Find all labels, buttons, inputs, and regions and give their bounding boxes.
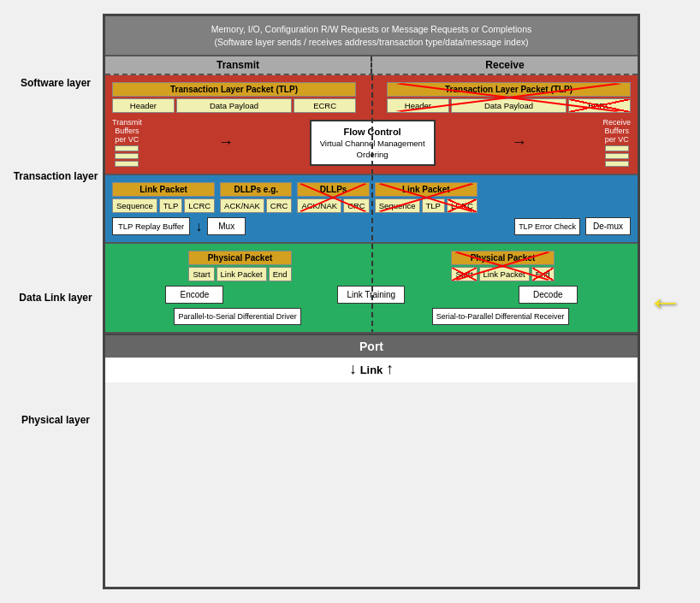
transaction-layer-label: Transaction layer	[9, 109, 103, 242]
whole-page: Software layer Transaction layer Data Li…	[0, 0, 700, 603]
rx-buf-label: ReceiveBuffersper VC	[602, 118, 631, 144]
software-layer-row: Memory, I/O, Configuration R/W Requests …	[105, 16, 638, 56]
arrow-to-fc: →	[218, 133, 234, 151]
buf-line-1	[115, 145, 139, 151]
pp-tx-title: Physical Packet	[188, 251, 291, 265]
port-text: Port	[359, 340, 383, 353]
pp-rx-wrapper: Physical Packet Start Link Packet End	[451, 251, 554, 281]
encode-box: Encode	[165, 286, 223, 304]
buf-strip-1	[115, 145, 139, 151]
dllp-rx-crc: CRC	[343, 198, 370, 213]
pp-tx-wrapper: Physical Packet Start Link Packet End	[188, 251, 291, 281]
tx-buf-visual	[115, 145, 139, 167]
dl-top-row: Link Packet Sequence TLP LCRC DLLPs e.g.…	[112, 182, 631, 213]
tlp-rx-title: Transaction Layer Packet (TLP)	[387, 82, 631, 97]
dllp-rx-fields: ACK/NAK CRC	[297, 198, 369, 213]
software-layer-label: Software layer	[9, 56, 103, 109]
link-training-box: Link Training	[337, 286, 405, 304]
fc-title: Flow Control	[343, 127, 400, 137]
transmit-header: Transmit	[105, 56, 372, 74]
tlp-tx-ecrc: ECRC	[294, 98, 356, 113]
tlp-error-text: TLP Error Check	[519, 222, 576, 231]
rx-buffer-section: ReceiveBuffersper VC	[602, 118, 631, 167]
pp-rx-title: Physical Packet	[451, 251, 554, 265]
dl-mid-row: TLP Replay Buffer ↓ Mux TLP Error Check …	[112, 217, 631, 235]
tx-buffer-section: TransmitBuffersper VC	[112, 118, 142, 167]
sw-desc-1: Memory, I/O, Configuration R/W Requests …	[211, 24, 531, 34]
decode-text: Decode	[533, 290, 562, 299]
pp-tx-fields: Start Link Packet End	[188, 267, 291, 281]
tlp-rx-wrapper: Transaction Layer Packet (TLP) Header Da…	[387, 82, 631, 113]
tx-rx-header: Transmit Receive	[105, 56, 638, 75]
buf-line-3	[115, 161, 139, 167]
tlp-rx-ecrc: ECRC	[568, 98, 631, 113]
dllp-tx-crc: CRC	[266, 198, 293, 213]
pp-rx-lp: Link Packet	[479, 267, 530, 281]
fc-vc: Virtual Channel Management	[320, 139, 425, 148]
buf-line-2	[115, 153, 139, 159]
tlp-rx-fields: Header Data Payload ECRC	[387, 98, 631, 113]
arrow-down-1: ↓	[195, 219, 202, 234]
right-side: ←	[640, 14, 691, 589]
dllp-tx-fields: ACK/NAK CRC	[220, 198, 292, 213]
dllp-rx-ack: ACK/NAK	[297, 198, 341, 213]
rx-buf-line-1	[605, 145, 629, 151]
pp-rx-start: Start	[451, 267, 477, 281]
phys-enc-dec-row: Encode Link Training Decode	[112, 286, 631, 304]
lp-tx-title: Link Packet	[112, 182, 215, 197]
pp-rx-fields: Start Link Packet End	[451, 267, 554, 281]
lp-rx-lcrc: LCRC	[447, 198, 478, 213]
rx-buf-strip-2	[605, 153, 629, 159]
lt-text: Link Training	[347, 290, 395, 299]
tlp-error-box: TLP Error Check	[514, 218, 580, 235]
pts-text: Parallel-to-Serial Differential Driver	[178, 312, 296, 321]
physical-layer-row: Physical Packet Start Link Packet End Ph…	[105, 244, 638, 334]
phys-pts-stp-row: Parallel-to-Serial Differential Driver S…	[112, 308, 631, 325]
arrow-from-fc: →	[512, 133, 527, 151]
lp-tx-tlp: TLP	[159, 198, 182, 213]
stp-box: Serial-to-Parallel Differential Receiver	[432, 308, 569, 325]
tlp-tx-title: Transaction Layer Packet (TLP)	[112, 82, 356, 97]
dllp-rx-title: DLLPs	[297, 182, 369, 197]
buf-strip-2	[115, 153, 139, 159]
tlp-tx-header: Header	[112, 98, 175, 113]
dllp-tx-ack: ACK/NAK	[220, 198, 264, 213]
mux-box: Mux	[207, 217, 246, 235]
buf-strip-3	[115, 161, 139, 167]
pp-rx-end: End	[531, 267, 555, 281]
encode-text: Encode	[180, 290, 209, 299]
lp-rx-fields: Sequence TLP LCRC	[375, 198, 478, 213]
center-diagram: Memory, I/O, Configuration R/W Requests …	[103, 14, 640, 589]
transaction-layer-row: Transaction Layer Packet (TLP) Header Da…	[105, 75, 638, 175]
lp-rx-tlp: TLP	[422, 198, 445, 213]
pp-tx-end: End	[269, 267, 292, 281]
replay-buffer-box: TLP Replay Buffer	[112, 217, 190, 235]
link-arrow-up: ↑	[386, 360, 394, 377]
replay-buf-text: TLP Replay Buffer	[118, 222, 184, 231]
stp-text: Serial-to-Parallel Differential Receiver	[436, 312, 565, 321]
arrows-mid: ↓	[195, 219, 202, 234]
pts-box: Parallel-to-Serial Differential Driver	[174, 308, 300, 325]
fc-ordering: Ordering	[357, 150, 389, 159]
trans-tlp-row: Transaction Layer Packet (TLP) Header Da…	[112, 82, 631, 113]
rx-buf-strip-3	[605, 161, 629, 167]
lp-rx-title: Link Packet	[375, 182, 478, 197]
dllp-tx-wrapper: DLLPs e.g. ACK/NAK CRC	[220, 182, 292, 213]
flow-control-box: Flow Control Virtual Channel Management …	[310, 120, 436, 166]
tlp-rx-header: Header	[387, 98, 449, 113]
pp-tx-start: Start	[188, 267, 214, 281]
datalink-layer-row: Link Packet Sequence TLP LCRC DLLPs e.g.…	[105, 175, 638, 244]
link-bar: ↓ Link ↑	[105, 358, 638, 382]
lp-tx-wrapper: Link Packet Sequence TLP LCRC	[112, 182, 215, 213]
tlp-tx-payload: Data Payload	[176, 98, 293, 113]
link-arrow-down: ↓	[349, 360, 357, 377]
receive-header: Receive	[372, 56, 638, 74]
tlp-tx-wrapper: Transaction Layer Packet (TLP) Header Da…	[112, 82, 356, 113]
rx-buf-visual	[605, 145, 629, 167]
demux-box: De-mux	[585, 217, 631, 235]
mux-text: Mux	[218, 222, 234, 231]
lp-tx-lcrc: LCRC	[184, 198, 215, 213]
rx-buf-line-3	[605, 161, 629, 167]
port-bar: Port	[105, 334, 638, 358]
pp-tx-lp: Link Packet	[217, 267, 267, 281]
